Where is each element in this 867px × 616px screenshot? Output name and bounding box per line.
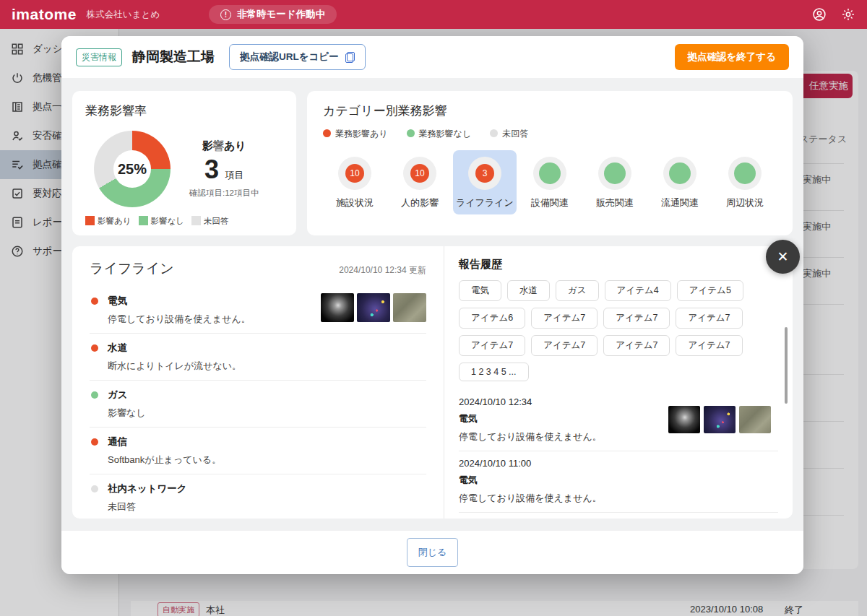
chip-electricity[interactable]: 電気 bbox=[459, 280, 501, 301]
category-logistics[interactable]: 流通関連 bbox=[648, 150, 712, 214]
lifeline-item-gas: ガス 影響なし bbox=[90, 381, 426, 428]
emergency-mode-badge: ! 非常時モード作動中 bbox=[209, 5, 337, 24]
category-surroundings[interactable]: 周辺状況 bbox=[713, 150, 777, 214]
category-equipment[interactable]: 設備関連 bbox=[518, 150, 582, 214]
legend-green-swatch bbox=[139, 216, 148, 225]
history-entry: 2024/10/10 10:00 電気 bbox=[459, 513, 778, 519]
status-dot-red bbox=[91, 438, 98, 446]
photo-thumbnail[interactable] bbox=[393, 293, 426, 322]
status-dot-gray bbox=[91, 485, 98, 493]
status-dot-green bbox=[91, 391, 98, 399]
chip-item7[interactable]: アイテム7 bbox=[676, 335, 742, 356]
chip-item6[interactable]: アイテム6 bbox=[459, 308, 525, 329]
chip-pagination[interactable]: 1 2 3 4 5 ... bbox=[459, 363, 529, 381]
lifeline-item-communication: 通信 Softbankが止まっている。 bbox=[90, 428, 426, 474]
company-name: 株式会社いまとめ bbox=[87, 9, 160, 21]
copy-url-button[interactable]: 拠点確認URLをコピー bbox=[229, 44, 366, 70]
settings-gear-icon[interactable] bbox=[841, 7, 855, 22]
chip-item7[interactable]: アイテム7 bbox=[459, 335, 525, 356]
photo-thumbnail[interactable] bbox=[739, 406, 771, 433]
photo-thumbnail[interactable] bbox=[704, 406, 736, 433]
history-filter-chips: 電気 水道 ガス アイテム4 アイテム5 アイテム6 アイテム7 アイテム7 ア… bbox=[459, 280, 778, 381]
impact-note: 確認項目:12項目中 bbox=[189, 188, 259, 199]
history-title: 報告履歴 bbox=[459, 258, 778, 272]
chip-gas[interactable]: ガス bbox=[556, 280, 599, 301]
category-impact-card: カテゴリー別業務影響 業務影響あり 業務影響なし 未回答 10 施設状況 10 … bbox=[307, 91, 793, 235]
history-entry: 2024/10/10 12:34 電気 停電しており設備を使えません。 bbox=[459, 390, 778, 451]
status-dot-red bbox=[91, 344, 98, 352]
report-history-panel: 報告履歴 電気 水道 ガス アイテム4 アイテム5 アイテム6 アイテム7 アイ… bbox=[444, 246, 793, 519]
modal-title: 静岡製造工場 bbox=[132, 48, 215, 66]
impact-card-title: 業務影響率 bbox=[85, 103, 283, 119]
close-modal-button[interactable]: 閉じる bbox=[407, 538, 459, 567]
impact-label: 影響あり bbox=[189, 139, 259, 153]
account-icon[interactable] bbox=[812, 7, 827, 22]
impact-unit: 項目 bbox=[225, 170, 243, 181]
category-ok-dot bbox=[734, 162, 756, 184]
copy-icon bbox=[345, 52, 355, 63]
legend-gray-swatch bbox=[191, 216, 201, 225]
chip-item5[interactable]: アイテム5 bbox=[677, 280, 743, 301]
chip-item7[interactable]: アイテム7 bbox=[603, 335, 670, 356]
end-site-check-button[interactable]: 拠点確認を終了する bbox=[675, 44, 789, 70]
lifeline-item-electricity: 電気 停電しており設備を使えません。 bbox=[90, 287, 426, 334]
history-entry: 2024/10/10 11:00 電気 停電しており設備を使えません。 bbox=[459, 451, 778, 513]
lifeline-item-water: 水道 断水によりトイレが流せない。 bbox=[90, 334, 426, 381]
category-lifeline[interactable]: 3 ライフライン bbox=[453, 150, 517, 214]
impact-count: 3 bbox=[204, 155, 219, 184]
chip-item7[interactable]: アイテム7 bbox=[676, 308, 742, 329]
lifeline-detail-panel: ライフライン 2024/10/10 12:34 更新 電気 停電しており設備を使… bbox=[72, 246, 793, 519]
category-row: 10 施設状況 10 人的影響 3 ライフライン 設備関連 販売関連 bbox=[323, 150, 777, 214]
legend-red-swatch bbox=[85, 216, 95, 225]
legend-gray-dot bbox=[490, 129, 498, 137]
chip-item7[interactable]: アイテム7 bbox=[603, 308, 670, 329]
category-ok-dot bbox=[539, 162, 561, 184]
modal-footer: 閉じる bbox=[61, 531, 803, 574]
photo-thumbnail[interactable] bbox=[321, 293, 354, 322]
impact-rate-card: 業務影響率 25% 影響あり 3 項目 確認項目:12項目中 影響あり 影響なし… bbox=[72, 91, 296, 235]
close-icon[interactable]: ✕ bbox=[766, 240, 800, 274]
app-logo: imatome bbox=[12, 6, 77, 23]
category-count-badge: 10 bbox=[410, 164, 429, 183]
detail-title: ライフライン bbox=[90, 259, 174, 278]
detail-updated-timestamp: 2024/10/10 12:34 更新 bbox=[339, 264, 426, 277]
photo-thumbnail[interactable] bbox=[357, 293, 390, 322]
app-header: imatome 株式会社いまとめ ! 非常時モード作動中 bbox=[0, 0, 867, 29]
impact-percent: 25% bbox=[94, 131, 171, 207]
category-count-badge: 10 bbox=[345, 164, 364, 183]
impact-donut: 25% bbox=[94, 131, 171, 207]
legend-green-dot bbox=[407, 129, 415, 137]
category-count-badge: 3 bbox=[475, 164, 494, 183]
disaster-info-tag: 災害情報 bbox=[76, 48, 122, 66]
category-sales[interactable]: 販売関連 bbox=[583, 150, 647, 214]
category-card-title: カテゴリー別業務影響 bbox=[323, 103, 777, 119]
chip-water[interactable]: 水道 bbox=[507, 280, 550, 301]
copy-url-label: 拠点確認URLをコピー bbox=[240, 51, 339, 64]
category-human[interactable]: 10 人的影響 bbox=[388, 150, 452, 214]
photo-thumbnails[interactable] bbox=[668, 406, 771, 433]
category-ok-dot bbox=[604, 162, 626, 184]
chip-item4[interactable]: アイテム4 bbox=[605, 280, 671, 301]
history-entries: 2024/10/10 12:34 電気 停電しており設備を使えません。 2024… bbox=[459, 390, 778, 519]
photo-thumbnail[interactable] bbox=[668, 406, 700, 433]
chip-item7[interactable]: アイテム7 bbox=[531, 308, 598, 329]
modal-header: 災害情報 静岡製造工場 拠点確認URLをコピー 拠点確認を終了する bbox=[61, 36, 803, 78]
impact-legend: 影響あり 影響なし 未回答 bbox=[85, 216, 229, 227]
emergency-mode-label: 非常時モード作動中 bbox=[237, 8, 325, 21]
lifeline-item-network: 社内ネットワーク 未回答 bbox=[90, 474, 426, 519]
category-facility[interactable]: 10 施設状況 bbox=[323, 150, 387, 214]
history-scrollbar[interactable] bbox=[785, 327, 788, 404]
site-check-modal: 災害情報 静岡製造工場 拠点確認URLをコピー 拠点確認を終了する 業務影響率 … bbox=[61, 36, 803, 574]
chip-item7[interactable]: アイテム7 bbox=[531, 335, 598, 356]
category-legend: 業務影響あり 業務影響なし 未回答 bbox=[323, 128, 777, 140]
alert-circle-icon: ! bbox=[220, 9, 231, 20]
photo-thumbnails[interactable] bbox=[321, 293, 426, 322]
category-ok-dot bbox=[669, 162, 691, 184]
status-dot-red bbox=[91, 298, 98, 305]
legend-red-dot bbox=[323, 129, 331, 137]
